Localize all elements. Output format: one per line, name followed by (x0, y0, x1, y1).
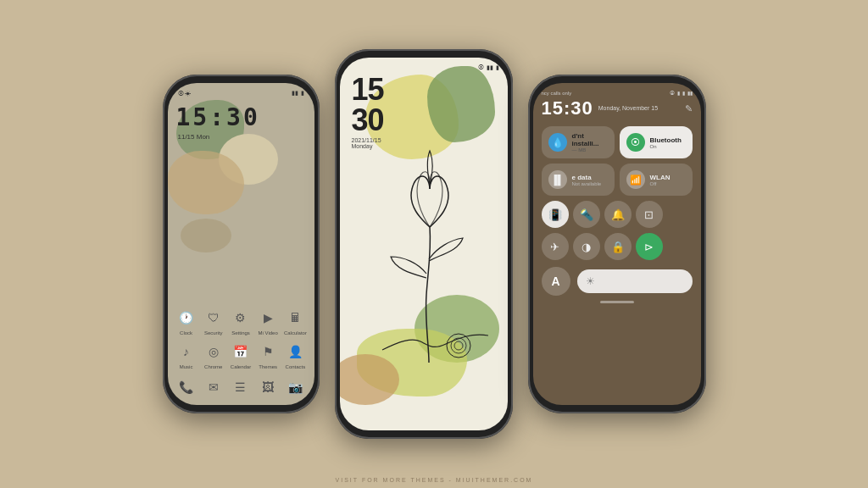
left-status-bar: ⦿ ☀ ▮▮ ▮ (168, 83, 314, 100)
right-clock-info: Monday, November 15 (598, 104, 658, 113)
mid-bluetooth-icon: ⦿ (478, 64, 484, 71)
themes-icon: ⚑ (257, 341, 279, 363)
phone-icon: 📞 (175, 376, 198, 398)
mid-signal-icon: ▮▮ (487, 64, 493, 71)
watermark: VISIT FOR MORE THEMES - MIUITHEMER.COM (336, 477, 533, 483)
chrome-icon: ◎ (203, 341, 225, 363)
status-bluetooth-icon: ⦿ ☀ (178, 91, 192, 97)
tile-bluetooth-text: Bluetooth On (650, 136, 682, 149)
mid-status-bar: ⦿ ▮▮ ▮ (348, 64, 499, 71)
ctrl-nfc[interactable]: ⊡ (636, 201, 663, 228)
app-settings[interactable]: ⚙ Settings (229, 307, 253, 336)
home-indicator (600, 301, 634, 303)
mid-battery-icon: ▮ (496, 64, 499, 71)
app-calendar[interactable]: 📅 Calendar (229, 341, 253, 369)
app-mi-video[interactable]: ▶ Mi Video (256, 307, 280, 336)
ctrl-location[interactable]: ⊳ (636, 233, 663, 260)
right-status-left-text: ncy calls only (542, 91, 572, 96)
svg-point-1 (451, 338, 466, 353)
phone-right: ncy calls only ⦿ ▮ ▮ ▮▮ 15:30 Monday, No… (528, 75, 706, 413)
svg-point-0 (447, 334, 470, 358)
edit-icon[interactable]: ✎ (685, 103, 693, 114)
app-grid-row2: ♪ Music ◎ Chrome 📅 Calendar ⚑ Themes 👤 (168, 339, 314, 373)
ctrl-bell[interactable]: 🔔 (604, 201, 632, 228)
calendar-icon: 📅 (230, 341, 252, 363)
mobile-data-icon: 💧 (548, 133, 567, 152)
clock-icon: 🕐 (175, 307, 198, 329)
ctrl-vibrate[interactable]: 📳 (542, 201, 569, 228)
messages-icon: ✉ (203, 376, 225, 398)
dock-phone[interactable]: 📞 (175, 376, 198, 398)
tile-data-off[interactable]: ▐▌ e data Not available (542, 164, 615, 196)
ctrl-flashlight[interactable]: 🔦 (573, 201, 600, 228)
left-date: 11/15 Mon (168, 131, 314, 142)
control-tiles-grid: 💧 d'nt installi... — MB ⦿ Bluetooth On (542, 126, 693, 196)
settings-icon: ⚙ (230, 307, 252, 329)
tile-wlan-text: WLAN Off (650, 174, 670, 186)
bluetooth-tile-icon: ⦿ (626, 133, 645, 152)
tile-mobile-data-text: d'nt installi... — MB (572, 132, 608, 152)
right-clock-row: 15:30 Monday, November 15 ✎ (542, 97, 693, 119)
right-status-bar: ncy calls only ⦿ ▮ ▮ ▮▮ (542, 90, 693, 96)
app-calculator[interactable]: 🖩 Calculator (283, 307, 307, 336)
app-security[interactable]: 🛡 Security (202, 307, 225, 336)
bottom-row: A ☀ (542, 267, 693, 296)
wlan-icon: 📶 (626, 170, 645, 189)
ctrl-lock[interactable]: 🔒 (604, 233, 632, 260)
app-contacts[interactable]: 👤 Contacts (283, 341, 307, 369)
status-icons-right: ▮▮ ▮ (292, 90, 304, 97)
right-signal-icon: ▮ (677, 90, 680, 96)
mi-video-icon: ▶ (257, 307, 279, 329)
right-clock-time: 15:30 (542, 97, 593, 119)
right-bluetooth-icon: ⦿ (670, 91, 675, 96)
tile-wlan[interactable]: 📶 WLAN Off (620, 164, 693, 196)
app-chrome[interactable]: ◎ Chrome (202, 341, 225, 369)
notes-icon: ☰ (230, 376, 252, 398)
music-icon: ♪ (175, 341, 198, 363)
security-icon: 🛡 (203, 307, 225, 329)
dock-gallery[interactable]: 🖼 (256, 376, 280, 398)
dock: 📞 ✉ ☰ 🖼 📷 (168, 373, 314, 405)
svg-point-2 (454, 341, 463, 350)
app-grid-row1: 🕐 Clock 🛡 Security ⚙ Settings ▶ Mi Video… (168, 300, 314, 339)
tile-data-off-text: e data Not available (572, 174, 602, 186)
ctrl-airplane[interactable]: ✈ (542, 233, 569, 260)
right-wifi-icon: ▮ (682, 90, 685, 96)
blob-tan-large (168, 151, 244, 214)
gallery-icon: 🖼 (257, 376, 279, 398)
camera-icon: 📷 (284, 376, 306, 398)
control-round-row2: ✈ ◑ 🔒 ⊳ (542, 233, 693, 260)
mid-status-right: ⦿ ▮▮ ▮ (478, 64, 499, 71)
brightness-icon: ☀ (586, 275, 595, 287)
phone-left: ⦿ ☀ ▮▮ ▮ 15:30 11/15 Mon 🕐 Clock 🛡 (163, 75, 320, 413)
contacts-icon: 👤 (284, 341, 306, 363)
phone-mid: ⦿ ▮▮ ▮ 1530 2021/11/15 Monday (335, 49, 513, 439)
control-round-row1: 📳 🔦 🔔 ⊡ (542, 201, 693, 228)
brightness-slider[interactable]: ☀ (577, 269, 693, 293)
avatar-button[interactable]: A (542, 267, 570, 296)
dock-messages[interactable]: ✉ (202, 376, 225, 398)
left-clock: 15:30 (168, 100, 314, 131)
dock-camera[interactable]: 📷 (283, 376, 307, 398)
right-status-icons: ⦿ ▮ ▮ ▮▮ (670, 90, 693, 96)
calculator-icon: 🖩 (284, 307, 306, 329)
tile-bluetooth[interactable]: ⦿ Bluetooth On (620, 126, 693, 158)
data-off-icon: ▐▌ (548, 170, 567, 189)
app-music[interactable]: ♪ Music (175, 341, 198, 369)
status-wifi: ▮▮ (292, 90, 298, 97)
flower-illustration (357, 125, 501, 380)
app-clock[interactable]: 🕐 Clock (175, 307, 198, 336)
app-themes[interactable]: ⚑ Themes (256, 341, 280, 369)
tile-mobile-data[interactable]: 💧 d'nt installi... — MB (542, 126, 615, 158)
right-battery-icon: ▮▮ (687, 90, 693, 96)
status-battery: ▮ (301, 90, 304, 97)
dock-notes[interactable]: ☰ (229, 376, 253, 398)
blob-oval (181, 219, 231, 252)
ctrl-contrast[interactable]: ◑ (573, 233, 600, 260)
